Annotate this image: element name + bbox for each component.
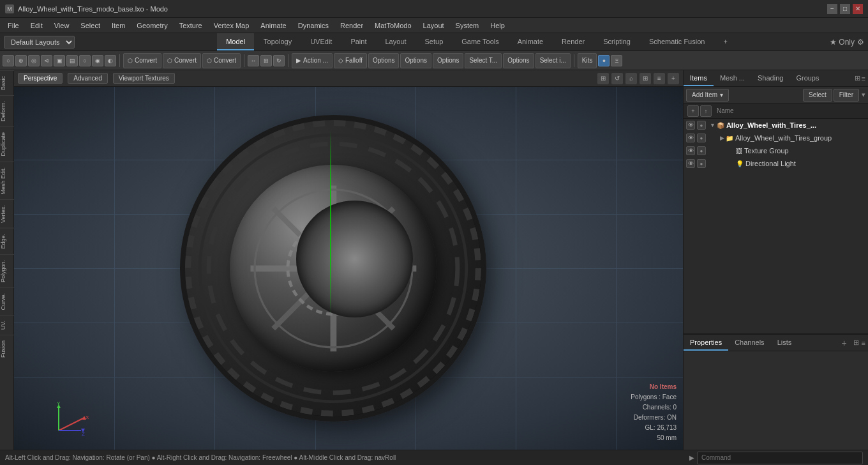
menu-render[interactable]: Render xyxy=(335,20,368,31)
items-header-plus[interactable]: + xyxy=(687,105,699,117)
menu-animate[interactable]: Animate xyxy=(255,20,291,31)
tab-animate[interactable]: Animate xyxy=(509,33,552,50)
command-input[interactable] xyxy=(701,454,858,461)
tab-uvedit[interactable]: UVEdit xyxy=(301,33,341,50)
left-tab-meshedit[interactable]: Mesh Edit. xyxy=(0,162,14,200)
items-tab-mesh[interactable]: Mesh ... xyxy=(714,70,751,86)
tool-dot-icon[interactable]: ◎ xyxy=(28,55,40,66)
tool-arrow-icon[interactable]: ⊲ xyxy=(41,55,52,66)
convert-button-1[interactable]: ⬡ Convert xyxy=(123,53,161,68)
tool-select1-icon[interactable]: ▣ xyxy=(54,55,65,66)
menu-layout[interactable]: Layout xyxy=(418,20,449,31)
menu-view[interactable]: View xyxy=(49,20,75,31)
layout-dropdown[interactable]: Default Layouts xyxy=(4,36,75,49)
left-tab-duplicate[interactable]: Duplicate xyxy=(0,126,14,162)
item-vis-0[interactable]: 👁 xyxy=(686,121,695,130)
menu-help[interactable]: Help xyxy=(485,20,510,31)
vp-refresh-icon[interactable]: ↺ xyxy=(611,73,623,84)
tab-model[interactable]: Model xyxy=(217,33,254,50)
props-tab-channels[interactable]: Channels xyxy=(728,335,770,351)
tool-select3-icon[interactable]: ○ xyxy=(79,55,91,66)
menu-geometry[interactable]: Geometry xyxy=(131,20,172,31)
falloff-button[interactable]: ◇ Falloff xyxy=(334,53,367,68)
item-row-3[interactable]: 👁 ● 💡 Directional Light xyxy=(684,157,868,170)
item-vis2-0[interactable]: ● xyxy=(697,121,706,130)
left-tab-basic[interactable]: Basic xyxy=(0,70,14,95)
menu-vertexmap[interactable]: Vertex Map xyxy=(209,20,255,31)
options-button-1[interactable]: Options xyxy=(368,53,399,68)
vp-zoom-icon[interactable]: ⊞ xyxy=(640,73,651,84)
tool-rotate-icon[interactable]: ↻ xyxy=(273,55,285,66)
left-tab-vertex[interactable]: Vertex. xyxy=(0,199,14,228)
convert-button-3[interactable]: ⬡ Convert xyxy=(202,53,241,68)
item-vis-2[interactable]: 👁 xyxy=(686,146,695,155)
tab-topology[interactable]: Topology xyxy=(255,33,301,50)
item-triangle-0[interactable]: ▼ xyxy=(710,122,715,128)
filter-button[interactable]: Filter xyxy=(834,89,859,102)
props-tab-lists[interactable]: Lists xyxy=(771,335,798,351)
tab-paint[interactable]: Paint xyxy=(341,33,375,50)
tab-setup[interactable]: Setup xyxy=(416,33,453,50)
tool-circle-icon[interactable]: ○ xyxy=(3,55,14,66)
item-vis2-2[interactable]: ● xyxy=(697,146,706,155)
left-tab-edge[interactable]: Edge. xyxy=(0,228,14,254)
item-row-1[interactable]: 👁 ● ▶ 📁 Alloy_Wheel_with_Tires_group xyxy=(684,132,868,144)
item-row-2[interactable]: 👁 ● 🖼 Texture Group xyxy=(684,144,868,157)
tool-grid-icon[interactable]: ⊕ xyxy=(15,55,27,66)
item-row-0[interactable]: 👁 ● ▼ 📦 Alloy_Wheel_with_Tires_... xyxy=(684,119,868,132)
menu-file[interactable]: File xyxy=(3,20,24,31)
menu-texture[interactable]: Texture xyxy=(174,20,207,31)
left-tab-curve[interactable]: Curve. xyxy=(0,287,14,316)
tool-move-icon[interactable]: ↔ xyxy=(248,55,259,66)
left-tab-deform[interactable]: Deform. xyxy=(0,95,14,126)
menu-mattomodo[interactable]: MatToModo xyxy=(370,20,416,31)
tab-render[interactable]: Render xyxy=(553,33,594,50)
items-settings-icon[interactable]: ≡ xyxy=(862,75,865,82)
props-add-button[interactable]: + xyxy=(836,335,851,351)
close-button[interactable]: ✕ xyxy=(853,4,863,14)
tab-add[interactable]: + xyxy=(714,33,736,50)
vp-search-icon[interactable]: ⌕ xyxy=(625,73,637,84)
select-i-button[interactable]: Select i... xyxy=(535,53,571,68)
menu-item[interactable]: Item xyxy=(107,20,130,31)
item-vis-3[interactable]: 👁 xyxy=(686,159,695,168)
options-button-2[interactable]: Options xyxy=(400,53,431,68)
props-settings-icon[interactable]: ≡ xyxy=(862,335,865,351)
convert-button-2[interactable]: ⬡ Convert xyxy=(163,53,201,68)
tool-scale-icon[interactable]: ⊞ xyxy=(260,55,272,66)
perspective-button[interactable]: Perspective xyxy=(18,73,63,84)
items-header-arrow-up[interactable]: ↑ xyxy=(700,105,712,117)
menu-edit[interactable]: Edit xyxy=(26,20,48,31)
left-tab-polygon[interactable]: Polygon. xyxy=(0,254,14,287)
items-expand-icon[interactable]: ⊞ xyxy=(855,74,860,82)
select-t-button[interactable]: Select T... xyxy=(465,53,502,68)
select-button[interactable]: Select xyxy=(803,89,832,102)
tool-menu-icon[interactable]: Ξ xyxy=(611,55,622,66)
items-tab-items[interactable]: Items xyxy=(684,70,714,86)
scene-canvas[interactable]: X Y Z No Items Polygons : Face Channels:… xyxy=(14,87,683,450)
vp-grid-icon[interactable]: ⊞ xyxy=(597,73,609,84)
left-tab-fusion[interactable]: Fusion xyxy=(0,335,14,363)
add-item-dropdown-icon[interactable]: ▾ xyxy=(720,91,723,98)
tool-select4-icon[interactable]: ◉ xyxy=(92,55,103,66)
menu-dynamics[interactable]: Dynamics xyxy=(293,20,334,31)
title-bar-controls[interactable]: − □ ✕ xyxy=(827,4,863,14)
item-vis-1[interactable]: 👁 xyxy=(686,133,695,142)
menu-select[interactable]: Select xyxy=(75,20,105,31)
tab-scripting[interactable]: Scripting xyxy=(594,33,640,50)
vp-add-icon[interactable]: + xyxy=(668,73,679,84)
command-input-wrapper[interactable] xyxy=(697,452,863,464)
tab-gear-icon[interactable]: ⚙ xyxy=(857,38,864,47)
left-tab-uv[interactable]: UV. xyxy=(0,315,14,335)
items-tab-groups[interactable]: Groups xyxy=(789,70,825,86)
tab-star-icon[interactable]: ★ Only xyxy=(830,38,855,47)
options-button-4[interactable]: Options xyxy=(503,53,534,68)
tool-select2-icon[interactable]: ▤ xyxy=(66,55,78,66)
tab-layout[interactable]: Layout xyxy=(376,33,415,50)
item-triangle-1[interactable]: ▶ xyxy=(720,135,724,141)
options-button-3[interactable]: Options xyxy=(433,53,463,68)
maximize-button[interactable]: □ xyxy=(840,4,850,14)
menu-system[interactable]: System xyxy=(451,20,484,31)
item-vis2-1[interactable]: ● xyxy=(697,133,706,142)
props-tab-properties[interactable]: Properties xyxy=(684,335,728,351)
